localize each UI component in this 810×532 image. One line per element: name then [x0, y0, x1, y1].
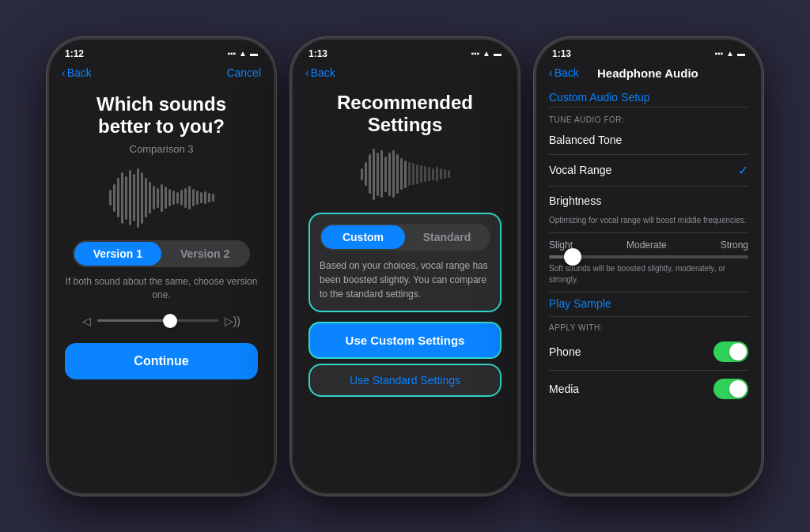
- wave-bar: [388, 153, 391, 196]
- vocal-range-row[interactable]: Vocal Range ✓: [536, 155, 761, 186]
- wave-bar: [141, 172, 143, 224]
- wave-bar: [424, 166, 426, 182]
- screen-1: 1:12 ▪▪▪ ▲ ▬ ‹ Back Cancel Which sounds: [49, 40, 274, 493]
- intensity-track[interactable]: [549, 255, 748, 258]
- wave-bar: [361, 168, 363, 180]
- continue-button[interactable]: Continue: [65, 343, 258, 379]
- apply-with-label: APPLY WITH:: [536, 317, 761, 334]
- intensity-thumb[interactable]: [564, 248, 581, 266]
- use-custom-button[interactable]: Use Custom Settings: [308, 322, 502, 359]
- wave-bar: [420, 165, 422, 183]
- wave-bar: [400, 158, 403, 190]
- custom-description: Based on your choices, vocal range has b…: [320, 258, 490, 301]
- volume-track[interactable]: [97, 319, 218, 322]
- wave-bar: [208, 193, 210, 202]
- custom-toggle: Custom Standard: [320, 224, 490, 251]
- custom-audio-label[interactable]: Custom Audio Setup: [536, 85, 761, 107]
- wave-bar: [145, 178, 147, 217]
- wave-bar: [121, 172, 123, 224]
- media-toggle[interactable]: [713, 379, 748, 399]
- wave-bar: [129, 170, 131, 225]
- wave-bar: [188, 186, 191, 209]
- use-standard-panel: Use Standard Settings: [308, 364, 502, 397]
- nav-title-3: Headphone Audio: [597, 66, 698, 80]
- phone-3: 1:13 ▪▪▪ ▲ ▬ ‹ Back Headphone Audio Cust…: [534, 37, 763, 496]
- battery-icon-2: ▬: [494, 49, 502, 58]
- back-button-1[interactable]: ‹ Back: [62, 66, 92, 79]
- wave-bar: [432, 168, 434, 180]
- wave-bar: [212, 194, 214, 202]
- wifi-icon-3: ▲: [726, 49, 734, 58]
- screen-2: 1:13 ▪▪▪ ▲ ▬ ‹ Back RecommendedSettings: [293, 40, 517, 493]
- time-2: 1:13: [308, 48, 327, 59]
- time-1: 1:12: [65, 48, 84, 59]
- status-icons-3: ▪▪▪ ▲ ▬: [714, 49, 745, 58]
- wave-bar: [161, 184, 163, 212]
- wave-bar: [180, 190, 183, 206]
- volume-high-icon: ▷)): [225, 315, 240, 327]
- signal-icon-3: ▪▪▪: [714, 49, 723, 58]
- phone-1: 1:12 ▪▪▪ ▲ ▬ ‹ Back Cancel Which sounds: [47, 37, 276, 496]
- wave-bar: [380, 150, 383, 198]
- wave-bar: [113, 184, 115, 212]
- cancel-button-1[interactable]: Cancel: [226, 66, 261, 79]
- brightness-text: Brightness: [549, 194, 601, 207]
- back-button-3[interactable]: ‹ Back: [549, 66, 579, 79]
- wave-bar: [365, 162, 367, 186]
- wave-bar: [396, 154, 399, 194]
- time-3: 1:13: [552, 48, 571, 59]
- wave-bar: [196, 191, 199, 205]
- balanced-tone-row[interactable]: Balanced Tone: [536, 126, 761, 154]
- battery-icon-3: ▬: [737, 49, 745, 58]
- media-toggle-row: Media: [536, 371, 761, 407]
- status-icons-1: ▪▪▪ ▲ ▬: [227, 49, 258, 58]
- main-title-1: Which sounds better to you?: [97, 93, 226, 139]
- wave-bar: [165, 187, 167, 209]
- brightness-row[interactable]: Brightness: [536, 187, 761, 215]
- nav-bar-3: ‹ Back Headphone Audio: [536, 63, 761, 85]
- tune-audio-label: TUNE AUDIO FOR:: [536, 108, 761, 126]
- play-sample-button[interactable]: Play Sample: [536, 292, 761, 316]
- use-standard-button[interactable]: Use Standard Settings: [310, 365, 500, 395]
- phone-toggle[interactable]: [713, 341, 748, 362]
- wave-bar: [412, 163, 414, 185]
- version-toggle-1: Version 1 Version 2: [73, 240, 251, 267]
- phone-2: 1:13 ▪▪▪ ▲ ▬ ‹ Back RecommendedSettings: [290, 37, 520, 496]
- nav-bar-2: ‹ Back: [293, 63, 517, 85]
- version2-button[interactable]: Version 2: [161, 242, 248, 266]
- status-icons-2: ▪▪▪ ▲ ▬: [471, 49, 502, 58]
- wave-bar: [436, 167, 438, 181]
- custom-panel: Custom Standard Based on your choices, v…: [308, 213, 502, 312]
- main-title-2: RecommendedSettings: [337, 92, 473, 138]
- wave-bar: [384, 157, 387, 192]
- wave-bar: [404, 160, 407, 188]
- media-toggle-label: Media: [549, 383, 579, 395]
- content-1: Which sounds better to you? Comparison 3: [49, 85, 274, 493]
- wave-bar: [117, 178, 119, 217]
- notch-1: [114, 40, 209, 57]
- battery-icon: ▬: [250, 49, 258, 58]
- wifi-icon: ▲: [239, 49, 247, 58]
- signal-icon: ▪▪▪: [227, 49, 236, 58]
- slider-note-text: Soft sounds will be boosted slightly, mo…: [549, 263, 748, 285]
- vocal-range-text: Vocal Range: [549, 164, 611, 176]
- custom-button[interactable]: Custom: [321, 225, 405, 249]
- version1-button[interactable]: Version 1: [74, 242, 161, 266]
- nav-bar-1: ‹ Back Cancel: [49, 63, 274, 85]
- subtitle-1: Comparison 3: [130, 143, 194, 155]
- wave-bar: [200, 192, 202, 203]
- wave-bar: [137, 168, 139, 228]
- vocal-note-text: Optimizing for vocal range will boost mi…: [536, 215, 761, 232]
- volume-fill: [97, 319, 170, 322]
- slider-labels: Slight Moderate Strong: [549, 240, 748, 251]
- wave-bar: [153, 186, 155, 209]
- standard-button[interactable]: Standard: [405, 225, 489, 249]
- back-label-3: Back: [555, 66, 579, 79]
- wave-bar: [416, 164, 418, 184]
- volume-control-1: ◁ ▷)): [82, 315, 240, 327]
- back-button-2[interactable]: ‹ Back: [305, 66, 335, 79]
- volume-thumb[interactable]: [163, 314, 177, 328]
- signal-icon-2: ▪▪▪: [471, 49, 479, 58]
- toggle-knob-media: [729, 380, 747, 398]
- wave-bar: [184, 188, 187, 208]
